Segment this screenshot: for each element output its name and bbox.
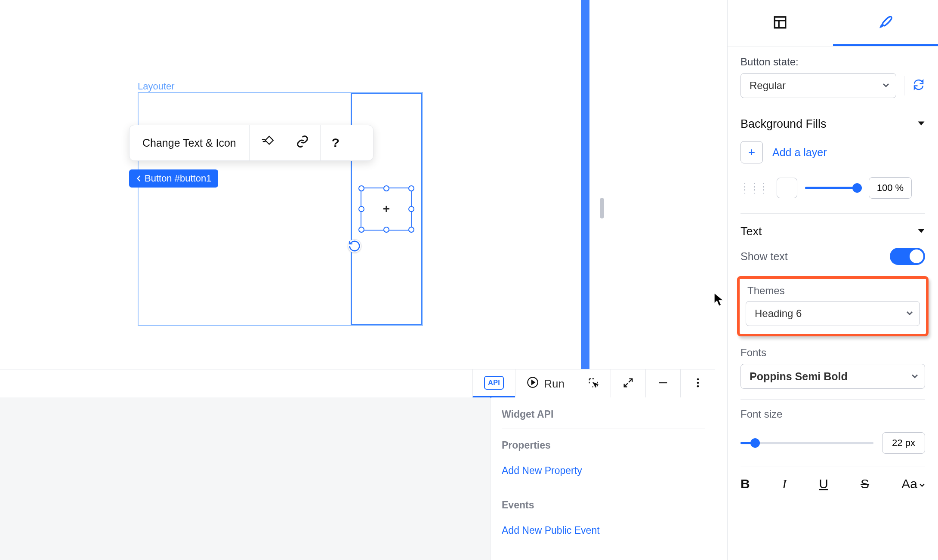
resize-handle[interactable]: [383, 227, 389, 233]
more-vertical-icon: [692, 377, 704, 391]
animations-button[interactable]: [250, 125, 285, 160]
svg-point-6: [697, 382, 699, 384]
strikethrough-button[interactable]: S: [861, 477, 869, 491]
resize-handle[interactable]: [358, 206, 364, 212]
minimize-button[interactable]: [645, 369, 680, 398]
code-editor-area[interactable]: [0, 397, 491, 560]
themes-highlight: Themes Heading 6: [737, 276, 929, 336]
vertical-scrollbar[interactable]: [600, 198, 604, 218]
add-new-public-event-link[interactable]: Add New Public Event: [502, 519, 705, 548]
brush-icon: [878, 14, 893, 31]
svg-point-5: [697, 378, 699, 381]
button-state-value: Regular: [750, 80, 786, 92]
expand-button[interactable]: [611, 369, 645, 398]
font-size-slider[interactable]: [741, 442, 873, 444]
fonts-label: Fonts: [741, 347, 925, 359]
opacity-input[interactable]: 100 %: [869, 177, 912, 199]
underline-button[interactable]: U: [819, 477, 828, 491]
svg-rect-0: [265, 136, 273, 145]
themes-value: Heading 6: [755, 308, 802, 320]
show-text-label: Show text: [741, 250, 788, 263]
cycle-icon: [912, 78, 925, 93]
drag-handle-icon[interactable]: ⋮⋮⋮⋮⋮⋮: [741, 185, 769, 191]
expand-icon: [622, 377, 634, 391]
apply-to-all-states-button[interactable]: [912, 78, 925, 93]
plus-icon: +: [383, 202, 390, 216]
caret-down-icon: [917, 120, 925, 129]
caret-down-icon: [917, 227, 925, 237]
resize-handle[interactable]: [408, 185, 414, 191]
mouse-cursor: [713, 292, 725, 309]
tab-design[interactable]: [833, 0, 938, 46]
run-label: Run: [544, 377, 565, 391]
font-size-label: Font size: [741, 408, 925, 420]
resize-handle[interactable]: [408, 227, 414, 233]
svg-rect-8: [775, 17, 786, 28]
inspector-panel: Button state: Regular Background Fills: [727, 0, 938, 560]
rotate-handle[interactable]: [348, 239, 361, 253]
slider-thumb[interactable]: [750, 438, 760, 448]
resize-handle[interactable]: [408, 206, 414, 212]
question-icon: ?: [332, 135, 339, 150]
opacity-slider[interactable]: [805, 187, 861, 189]
chevron-down-icon: [906, 308, 913, 320]
bold-button[interactable]: B: [741, 477, 750, 491]
link-icon: [296, 135, 309, 151]
code-panel-toolbar: API Run: [0, 369, 715, 398]
diamond-motion-icon: [261, 135, 274, 151]
themes-label: Themes: [747, 285, 920, 297]
add-layer-button[interactable]: +: [741, 141, 763, 163]
more-options-button[interactable]: [351, 125, 373, 160]
element-floating-toolbar: Change Text & Icon: [129, 125, 373, 161]
change-text-icon-button[interactable]: Change Text & Icon: [130, 125, 249, 160]
text-section-title: Text: [741, 225, 762, 238]
show-text-toggle[interactable]: [890, 248, 925, 265]
selection-breadcrumb-chip[interactable]: Button #button1: [129, 169, 218, 188]
selection-name: Button #button1: [145, 173, 211, 184]
fonts-value: Poppins Semi Bold: [750, 370, 848, 383]
resize-handle[interactable]: [358, 185, 364, 191]
background-fills-header[interactable]: Background Fills: [728, 106, 938, 135]
tab-layout[interactable]: [728, 0, 833, 46]
more-menu-button[interactable]: [680, 369, 715, 398]
text-section-header[interactable]: Text: [728, 214, 938, 243]
button-state-label: Button state:: [741, 56, 925, 68]
tab-api[interactable]: API: [472, 369, 515, 398]
layouter-label: Layouter: [138, 81, 175, 92]
select-element-icon: [587, 377, 599, 391]
events-heading: Events: [502, 488, 705, 519]
canvas-right-edge-ruler: [581, 0, 589, 370]
design-canvas[interactable]: Layouter + Change Text & Icon: [0, 0, 577, 370]
button-state-dropdown[interactable]: Regular: [741, 73, 896, 98]
chevron-left-icon: [136, 175, 142, 182]
themes-dropdown[interactable]: Heading 6: [746, 301, 920, 326]
background-fills-title: Background Fills: [741, 117, 827, 131]
italic-button[interactable]: I: [782, 477, 787, 491]
plus-icon: +: [748, 145, 755, 159]
properties-heading: Properties: [502, 428, 705, 459]
link-button[interactable]: [285, 125, 320, 160]
help-button[interactable]: ?: [321, 125, 351, 160]
api-panel: Widget API Properties Add New Property E…: [491, 397, 715, 560]
play-icon: [527, 376, 539, 391]
widget-api-heading: Widget API: [502, 397, 705, 428]
chevron-down-icon: [882, 80, 890, 92]
svg-point-7: [697, 385, 699, 388]
chevron-down-icon: [911, 370, 919, 383]
inspect-button[interactable]: [576, 369, 611, 398]
fonts-dropdown[interactable]: Poppins Semi Bold: [741, 364, 925, 389]
resize-handle[interactable]: [358, 227, 364, 233]
selection-bounding-box[interactable]: +: [361, 188, 412, 231]
slider-thumb[interactable]: [852, 183, 862, 193]
layout-icon: [773, 15, 787, 31]
add-layer-label[interactable]: Add a layer: [772, 146, 827, 159]
run-button[interactable]: Run: [515, 369, 576, 398]
fill-color-swatch[interactable]: [777, 178, 797, 198]
chevron-down-icon: [919, 477, 925, 491]
resize-handle[interactable]: [383, 185, 389, 191]
minus-icon: [657, 377, 669, 391]
add-new-property-link[interactable]: Add New Property: [502, 459, 705, 488]
text-transform-dropdown[interactable]: Aa: [901, 477, 925, 491]
font-size-input[interactable]: 22 px: [882, 432, 925, 454]
